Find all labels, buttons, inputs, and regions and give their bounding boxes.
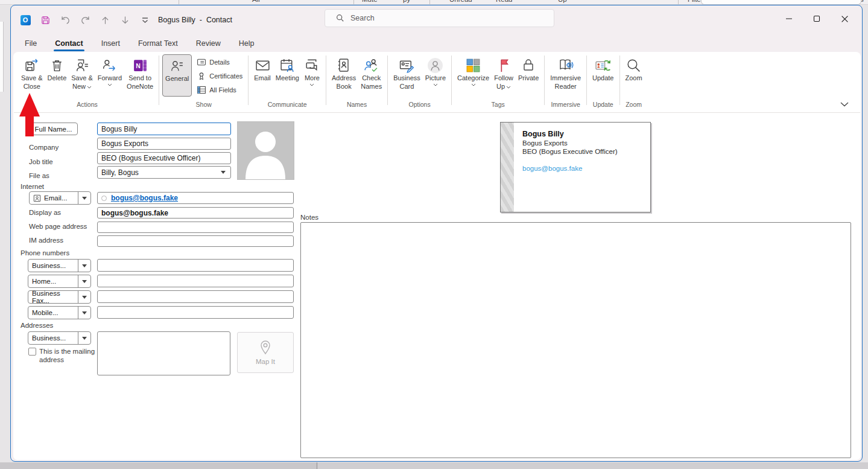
customize-qat-button[interactable] <box>138 13 152 27</box>
tab-contact[interactable]: Contact <box>54 37 84 50</box>
up-arrow-icon <box>100 15 110 25</box>
group-label-options: Options <box>391 101 448 108</box>
close-button[interactable] <box>831 5 858 32</box>
business-card-stripe <box>501 123 514 212</box>
search-input[interactable]: Search <box>325 9 554 27</box>
ribbon-group-names: Address Book Check Names Names <box>329 54 384 111</box>
phone-type-dropdown[interactable] <box>78 307 90 319</box>
undo-icon <box>60 15 71 25</box>
certificates-button[interactable]: Certificates <box>194 70 245 82</box>
email-selector-dropdown[interactable] <box>78 192 90 204</box>
full-name-input[interactable] <box>97 123 231 135</box>
all-fields-button[interactable]: All Fields <box>194 84 245 96</box>
tab-review[interactable]: Review <box>195 37 222 50</box>
background-searchbox-fragment <box>701 0 861 5</box>
phone-type-business-fax[interactable]: Business Fax... <box>28 290 91 304</box>
picture-button[interactable]: Picture <box>423 54 448 86</box>
background-bottom-strip <box>0 462 868 469</box>
undo-button[interactable] <box>58 13 72 27</box>
tab-format-text[interactable]: Format Text <box>137 37 179 50</box>
email-icon <box>255 56 271 74</box>
phone-home-input[interactable] <box>97 275 294 287</box>
chevron-down-icon <box>506 86 511 89</box>
save-button[interactable] <box>38 13 52 27</box>
follow-up-button[interactable]: Follow Up <box>492 54 516 91</box>
forward-button[interactable]: Forward <box>95 54 124 86</box>
bg-separator <box>429 0 430 5</box>
full-name-button[interactable]: Full Name... <box>29 123 78 135</box>
move-down-button[interactable] <box>118 13 132 27</box>
company-input[interactable] <box>97 138 231 150</box>
phone-type-dropdown[interactable] <box>78 260 90 272</box>
tab-file[interactable]: File <box>24 37 38 50</box>
address-textarea[interactable] <box>97 331 230 375</box>
save-icon <box>40 15 51 25</box>
update-button[interactable]: Update <box>590 54 616 83</box>
job-title-input[interactable] <box>97 152 231 164</box>
tab-insert[interactable]: Insert <box>100 37 121 50</box>
address-type-dropdown[interactable] <box>78 332 90 344</box>
tab-help[interactable]: Help <box>238 37 256 50</box>
email-input[interactable]: bogus@bogus.fake <box>97 192 294 204</box>
save-new-button[interactable]: Save & New <box>69 54 95 91</box>
im-address-label: IM address <box>29 237 63 244</box>
map-pin-icon <box>258 340 273 356</box>
categorize-icon <box>466 56 481 74</box>
internet-section-header: Internet <box>21 183 44 190</box>
immersive-reader-icon <box>557 56 574 74</box>
card-name: Bogus Billy <box>522 130 645 138</box>
meeting-button[interactable]: Meeting <box>273 54 302 83</box>
card-company: Bogus Exports <box>522 139 645 147</box>
categorize-button[interactable]: Categorize <box>455 54 492 86</box>
business-card-button[interactable]: Business Card <box>391 54 423 91</box>
zoom-button[interactable]: Zoom <box>623 54 645 83</box>
email-field-selector[interactable]: Email... <box>29 191 91 205</box>
phone-business-input[interactable] <box>97 259 294 272</box>
more-icon <box>304 56 320 74</box>
check-names-button[interactable]: Check Names <box>358 54 384 91</box>
phone-type-dropdown[interactable] <box>78 275 90 287</box>
phone-type-business[interactable]: Business... <box>28 259 91 272</box>
ribbon-separator <box>619 56 620 105</box>
address-book-button[interactable]: Address Book <box>329 54 358 91</box>
map-it-button[interactable]: Map It <box>237 332 294 373</box>
addresses-section-header: Addresses <box>21 322 53 329</box>
check-names-icon <box>363 56 379 74</box>
mailing-address-checkbox[interactable] <box>28 348 36 356</box>
phone-business-fax-input[interactable] <box>97 290 294 303</box>
bg-separator <box>353 0 354 5</box>
web-page-input[interactable] <box>97 222 294 233</box>
im-address-input[interactable] <box>97 235 294 247</box>
phone-type-dropdown[interactable] <box>78 291 90 303</box>
collapse-ribbon-button[interactable] <box>840 102 849 107</box>
redo-button[interactable] <box>78 13 92 27</box>
private-button[interactable]: Private <box>516 54 541 83</box>
save-close-button[interactable]: Save & Close <box>19 54 45 91</box>
immersive-reader-button[interactable]: Immersive Reader <box>548 54 583 91</box>
send-to-onenote-button[interactable]: N Send to OneNote <box>124 54 156 91</box>
phone-mobile-input[interactable] <box>97 306 294 319</box>
display-as-input[interactable] <box>97 207 294 219</box>
address-type-business[interactable]: Business... <box>28 331 91 345</box>
chevron-down-icon <box>309 83 314 86</box>
notes-textarea[interactable] <box>300 222 851 458</box>
collapse-ribbon-chevron-icon <box>840 102 849 107</box>
contact-photo-placeholder[interactable] <box>237 121 294 180</box>
phone-type-mobile[interactable]: Mobile... <box>28 306 91 319</box>
business-card-preview: Bogus Billy Bogus Exports BEO (Bogus Exe… <box>500 122 651 212</box>
bg-label: All <box>252 0 260 3</box>
more-button[interactable]: More <box>302 54 323 86</box>
details-button[interactable]: Details <box>194 56 245 68</box>
annotation-arrow-head <box>19 93 40 116</box>
general-button[interactable]: General <box>162 54 192 97</box>
move-up-button[interactable] <box>98 13 112 27</box>
minimize-button[interactable] <box>775 5 803 32</box>
maximize-button[interactable] <box>803 5 831 32</box>
delete-button[interactable]: Delete <box>45 54 69 83</box>
group-label-update: Update <box>590 101 616 108</box>
person-silhouette-icon <box>238 122 294 179</box>
phone-type-home[interactable]: Home... <box>28 275 91 288</box>
file-as-combo[interactable]: Billy, Bogus <box>97 166 231 179</box>
email-button[interactable]: Email <box>252 54 273 83</box>
bg-label: py <box>403 0 410 3</box>
